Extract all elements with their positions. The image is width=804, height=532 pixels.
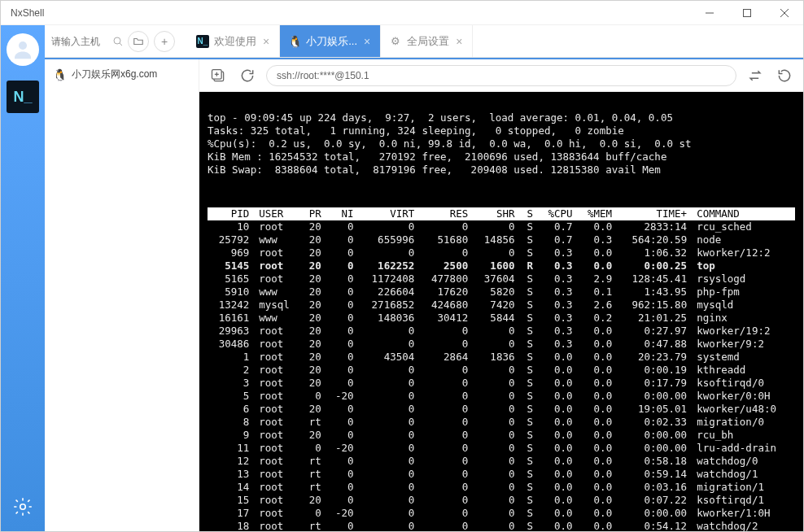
process-row: 15root200000S0.00.00:07.22ksoftirqd/1 bbox=[208, 494, 795, 507]
terminal-output[interactable]: top - 09:09:45 up 224 days, 9:27, 2 user… bbox=[199, 92, 803, 531]
col-header: COMMAND bbox=[692, 207, 795, 220]
svg-point-5 bbox=[20, 504, 26, 510]
tab-close-icon[interactable]: × bbox=[261, 35, 271, 48]
tab-2[interactable]: ⚙全局设置× bbox=[381, 25, 473, 57]
svg-rect-1 bbox=[744, 9, 751, 16]
col-header: USER bbox=[254, 207, 300, 220]
process-row: 13rootrt0000S0.00.00:59.14watchdog/1 bbox=[208, 468, 795, 481]
host-input[interactable] bbox=[51, 36, 108, 47]
gear-icon: ⚙ bbox=[389, 35, 402, 48]
col-header: NI bbox=[326, 207, 359, 220]
process-row: 30486root200000S0.30.00:47.88kworker/9:2 bbox=[208, 338, 795, 351]
process-row: 25792www2006559965168014856S0.70.3564:20… bbox=[208, 233, 795, 246]
svg-point-4 bbox=[19, 41, 27, 50]
process-row: 13242mysql20027168524246807420S0.32.6962… bbox=[208, 299, 795, 312]
left-rail: N_ bbox=[1, 25, 45, 531]
add-button[interactable]: + bbox=[154, 31, 175, 52]
process-row: 14rootrt0000S0.00.00:03.16migration/1 bbox=[208, 481, 795, 494]
process-row: 2root200000S0.00.00:00.19kthreadd bbox=[208, 364, 795, 377]
new-tab-button[interactable] bbox=[208, 65, 229, 86]
tabs-row: + N_欢迎使用×🐧小刀娱乐...×⚙全局设置× bbox=[45, 25, 803, 58]
svg-point-6 bbox=[114, 37, 120, 44]
process-row: 3root200000S0.00.00:17.79ksoftirqd/0 bbox=[208, 377, 795, 390]
svg-line-7 bbox=[120, 43, 122, 46]
refresh-button[interactable] bbox=[237, 65, 258, 86]
address-text: ssh://root:****@150.1 bbox=[277, 70, 369, 81]
process-row: 6root200000S0.00.019:05.01kworker/u48:0 bbox=[208, 403, 795, 416]
tab-1[interactable]: 🐧小刀娱乐...× bbox=[280, 25, 381, 57]
maximize-button[interactable] bbox=[728, 1, 766, 25]
address-bar[interactable]: ssh://root:****@150.1 bbox=[266, 65, 736, 86]
process-row: 29963root200000S0.30.00:27.97kworker/19:… bbox=[208, 325, 795, 338]
col-header: PR bbox=[301, 207, 326, 220]
process-row: 17root0-20000S0.00.00:00.00kworker/1:0H bbox=[208, 507, 795, 520]
process-row: 5165root200117240847780037604S0.32.9128:… bbox=[208, 273, 795, 286]
user-avatar[interactable] bbox=[7, 33, 39, 66]
col-header: PID bbox=[208, 207, 254, 220]
process-row: 11root0-20000S0.00.00:00.00lru-add-drain bbox=[208, 442, 795, 455]
process-row: 9root200000S0.00.00:00.00rcu_bh bbox=[208, 429, 795, 442]
settings-icon[interactable] bbox=[12, 496, 33, 520]
process-row: 969root200000S0.30.01:06.32kworker/12:2 bbox=[208, 246, 795, 259]
tab-0[interactable]: N_欢迎使用× bbox=[188, 25, 280, 57]
process-row: 8rootrt0000S0.00.00:02.33migration/0 bbox=[208, 416, 795, 429]
tux-icon: 🐧 bbox=[288, 35, 301, 48]
tree-item-label: 小刀娱乐网x6g.com bbox=[72, 68, 157, 81]
tree-item[interactable]: 🐧 小刀娱乐网x6g.com bbox=[45, 64, 199, 85]
tux-icon: 🐧 bbox=[53, 68, 67, 81]
tab-close-icon[interactable]: × bbox=[362, 35, 372, 48]
app-logo-icon[interactable]: N_ bbox=[7, 81, 39, 113]
process-row: 5910www200226604176205820S0.30.11:43.95p… bbox=[208, 286, 795, 299]
process-row: 5145root20016225225001600R0.30.00:00.25t… bbox=[208, 259, 795, 273]
col-header: S bbox=[519, 207, 538, 220]
transfer-button[interactable] bbox=[745, 65, 766, 86]
col-header: SHR bbox=[473, 207, 519, 220]
process-row: 16161www200148036304125844S0.30.221:01.2… bbox=[208, 312, 795, 325]
col-header: %MEM bbox=[578, 207, 618, 220]
col-header: RES bbox=[419, 207, 473, 220]
n-icon: N_ bbox=[196, 35, 209, 48]
process-row: 5root0-20000S0.00.00:00.00kworker/0:0H bbox=[208, 390, 795, 403]
tab-label: 全局设置 bbox=[407, 34, 449, 49]
tab-label: 小刀娱乐... bbox=[306, 34, 357, 49]
col-header: VIRT bbox=[359, 207, 420, 220]
minimize-button[interactable] bbox=[691, 1, 728, 25]
titlebar: NxShell bbox=[1, 1, 803, 25]
tab-close-icon[interactable]: × bbox=[454, 35, 464, 48]
process-row: 12rootrt0000S0.00.00:58.18watchdog/0 bbox=[208, 455, 795, 468]
tab-label: 欢迎使用 bbox=[214, 34, 256, 49]
terminal-toolbar: ssh://root:****@150.1 bbox=[199, 59, 803, 92]
host-tree: 🐧 小刀娱乐网x6g.com bbox=[45, 59, 199, 531]
forward-button[interactable] bbox=[774, 65, 795, 86]
col-header: %CPU bbox=[538, 207, 578, 220]
close-button[interactable] bbox=[766, 1, 803, 25]
process-row: 18rootrt0000S0.00.00:54.12watchdog/2 bbox=[208, 520, 795, 531]
folder-button[interactable] bbox=[128, 31, 149, 52]
process-row: 1root2004350428641836S0.00.020:23.79syst… bbox=[208, 351, 795, 364]
app-title: NxShell bbox=[11, 7, 44, 19]
col-header: TIME+ bbox=[617, 207, 692, 220]
process-row: 10root200000S0.70.02833:14rcu_sched bbox=[208, 220, 795, 233]
search-icon bbox=[113, 37, 123, 46]
